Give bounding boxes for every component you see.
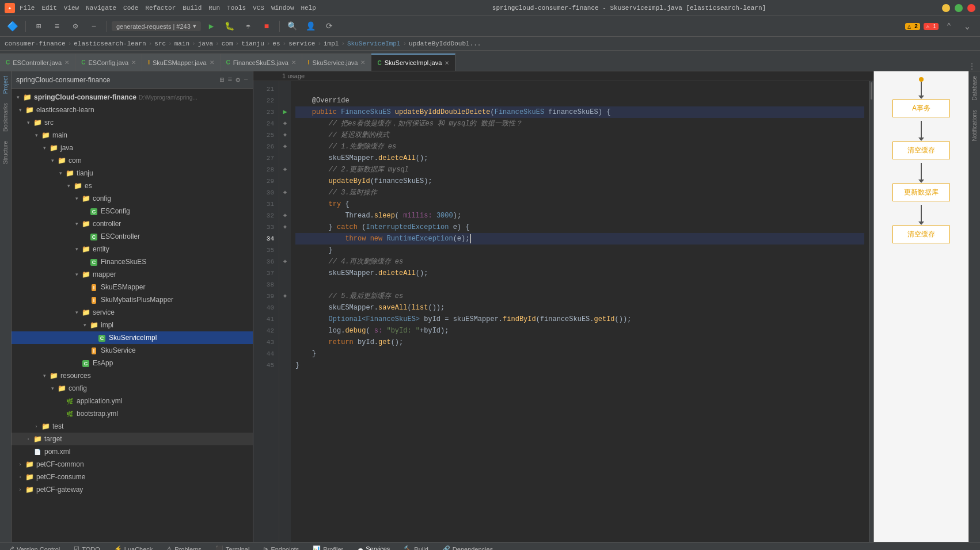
menu-file[interactable]: File: [20, 5, 35, 12]
breadcrumb-es[interactable]: es: [272, 40, 280, 47]
tab-skuesmapper[interactable]: I SkuESMapper.java ✕: [142, 54, 220, 71]
project-tab[interactable]: Project: [1, 71, 10, 98]
tree-item-bootstrap-yml[interactable]: 🌿 bootstrap.yml: [12, 407, 253, 420]
scrollbar-thumb[interactable]: [871, 82, 872, 100]
menu-tools[interactable]: Tools: [227, 5, 246, 12]
breadcrumb-com[interactable]: com: [222, 40, 233, 47]
tree-item-financeskues[interactable]: C FinanceSkuES: [12, 255, 253, 268]
tree-item-java[interactable]: ▾ 📁 java: [12, 142, 253, 154]
bottom-tab-problems[interactable]: ⚠ Problems: [164, 545, 203, 550]
expand-all-icon[interactable]: ⊞: [220, 75, 225, 85]
bottom-tab-endpoints[interactable]: ⊳ Endpoints: [261, 545, 301, 550]
bottom-tab-dependencies[interactable]: 🔗 Dependencies: [440, 545, 495, 550]
tree-item-skuserviceimpl[interactable]: C SkuServiceImpl: [12, 331, 253, 344]
breadcrumb-elasticsearch-learn[interactable]: elasticsearch-learn: [74, 40, 146, 47]
vcs-button[interactable]: ⟳: [321, 18, 337, 35]
settings-button[interactable]: ⚙: [67, 18, 83, 35]
tab-close-skuesmapper[interactable]: ✕: [210, 59, 214, 66]
project-hide-icon[interactable]: −: [244, 75, 248, 85]
tree-item-skuservice[interactable]: I SkuService: [12, 344, 253, 357]
bottom-tab-luacheck[interactable]: ⚡ LuaCheck: [112, 545, 155, 550]
breadcrumb-consumer-finance[interactable]: consumer-finance: [5, 40, 66, 47]
breadcrumb-java[interactable]: java: [198, 40, 213, 47]
menu-edit[interactable]: Edit: [41, 5, 56, 12]
minimize-button[interactable]: [942, 4, 950, 12]
tab-more-button[interactable]: ⋮: [964, 62, 980, 71]
tree-item-escontroller[interactable]: C ESController: [12, 230, 253, 243]
tree-item-petcf-consume[interactable]: › 📁 petCF-consume: [12, 471, 253, 483]
menu-build[interactable]: Build: [183, 5, 202, 12]
collapse-all-icon[interactable]: ≡: [228, 75, 233, 85]
tree-item-elasticsearch[interactable]: ▾ 📁 elasticsearch-learn: [12, 104, 253, 116]
breadcrumb-method[interactable]: updateByIddDoubl...: [409, 40, 481, 47]
tree-item-test[interactable]: › 📁 test: [12, 420, 253, 433]
breadcrumb-skuserviceimpl[interactable]: SkuServiceImpl: [347, 40, 400, 47]
search-everywhere-button[interactable]: 🔍: [284, 18, 301, 35]
vertical-scrollbar[interactable]: [869, 81, 873, 542]
bottom-tab-build[interactable]: 🔨 Build: [401, 545, 430, 550]
tree-item-pomxml[interactable]: 📄 pom.xml: [12, 445, 253, 458]
tab-esconfig[interactable]: C ESConfig.java ✕: [75, 54, 142, 71]
tree-item-skuesmapper[interactable]: I SkuESMapper: [12, 281, 253, 293]
database-tab[interactable]: Database: [970, 71, 979, 105]
tab-close-skuserviceimpl[interactable]: ✕: [445, 60, 449, 66]
close-button[interactable]: [967, 4, 975, 12]
tab-close-esconfig[interactable]: ✕: [131, 59, 136, 66]
debug-button[interactable]: 🐛: [222, 18, 238, 35]
run-button[interactable]: ▶: [203, 18, 219, 35]
tree-item-es[interactable]: ▾ 📁 es: [12, 179, 253, 192]
collapse-button[interactable]: ⌄: [959, 18, 975, 35]
tree-item-esapp[interactable]: C EsApp: [12, 357, 253, 369]
project-settings-icon[interactable]: ⚙: [235, 75, 240, 85]
tree-item-skumybatisplusmapper[interactable]: I SkuMybatisPlusMapper: [12, 293, 253, 306]
tree-item-entity[interactable]: ▾ 📁 entity: [12, 243, 253, 255]
tab-skuservice[interactable]: I SkuService.java ✕: [302, 54, 372, 71]
structure-tab[interactable]: Structure: [1, 136, 10, 169]
tree-item-config[interactable]: ▾ 📁 config: [12, 192, 253, 205]
reformat-button[interactable]: ≡: [49, 18, 65, 35]
bookmarks-tab[interactable]: Bookmarks: [1, 98, 10, 136]
tree-item-service[interactable]: ▾ 📁 service: [12, 306, 253, 319]
tree-item-root[interactable]: ▾ 📁 springCloud-consumer-finance D:\Mypr…: [12, 91, 253, 104]
tree-item-esconfig[interactable]: C ESConfig: [12, 205, 253, 217]
code-area[interactable]: 21 22 23 24 25 26 27 28 29 30 31 32 33 3…: [253, 81, 873, 542]
tree-item-petcf-common[interactable]: › 📁 petCF-common: [12, 458, 253, 471]
tree-item-petcf-gateway[interactable]: › 📁 petCF-gateway: [12, 483, 253, 496]
tab-escontroller[interactable]: C ESController.java ✕: [0, 54, 75, 71]
breadcrumb-main[interactable]: main: [174, 40, 189, 47]
tree-item-impl[interactable]: ▾ 📁 impl: [12, 319, 253, 331]
bottom-tab-profiler[interactable]: 📊 Profiler: [310, 545, 345, 550]
tree-item-tianju[interactable]: ▾ 📁 tianju: [12, 167, 253, 179]
tree-item-resources-config[interactable]: ▾ 📁 config: [12, 382, 253, 395]
tree-item-resources[interactable]: ▾ 📁 resources: [12, 369, 253, 382]
bottom-tab-todo[interactable]: ☑ TODO: [71, 545, 102, 550]
menu-refactor[interactable]: Refactor: [145, 5, 176, 12]
tab-close-escontroller[interactable]: ✕: [64, 59, 69, 66]
coverage-button[interactable]: ☂: [240, 18, 256, 35]
breadcrumb-src[interactable]: src: [154, 40, 166, 47]
menu-window[interactable]: Window: [271, 5, 294, 12]
code-content[interactable]: @Override public FinanceSkuES updateById…: [291, 81, 869, 542]
breadcrumb-service[interactable]: service: [288, 40, 315, 47]
menu-vcs[interactable]: VCS: [253, 5, 264, 12]
bottom-tab-services[interactable]: ☁ Services: [355, 545, 392, 550]
breadcrumb-impl[interactable]: impl: [324, 40, 339, 47]
tree-item-com[interactable]: ▾ 📁 com: [12, 154, 253, 167]
menu-run[interactable]: Run: [208, 5, 220, 12]
tree-item-mapper[interactable]: ▾ 📁 mapper: [12, 268, 253, 281]
tab-close-financeskues[interactable]: ✕: [291, 59, 296, 66]
expand-button[interactable]: ⌃: [941, 18, 957, 35]
minimize-panel-button[interactable]: −: [86, 18, 102, 35]
maximize-button[interactable]: [955, 4, 963, 12]
tree-item-target[interactable]: › 📁 target: [12, 433, 253, 445]
menu-code[interactable]: Code: [123, 5, 138, 12]
tab-financeskues[interactable]: C FinanceSkuES.java ✕: [221, 54, 302, 71]
notifications-tab[interactable]: Notifications: [970, 105, 979, 146]
tree-item-application-yml[interactable]: 🌿 application.yml: [12, 395, 253, 407]
layout-button[interactable]: ⊞: [31, 18, 47, 35]
tree-item-main[interactable]: ▾ 📁 main: [12, 129, 253, 142]
stop-button[interactable]: ■: [259, 18, 275, 35]
breadcrumb-tianju[interactable]: tianju: [241, 40, 264, 47]
bottom-tab-version-control[interactable]: ⎇ Version Control: [5, 545, 62, 550]
bottom-tab-terminal[interactable]: ⬛ Terminal: [213, 545, 252, 550]
